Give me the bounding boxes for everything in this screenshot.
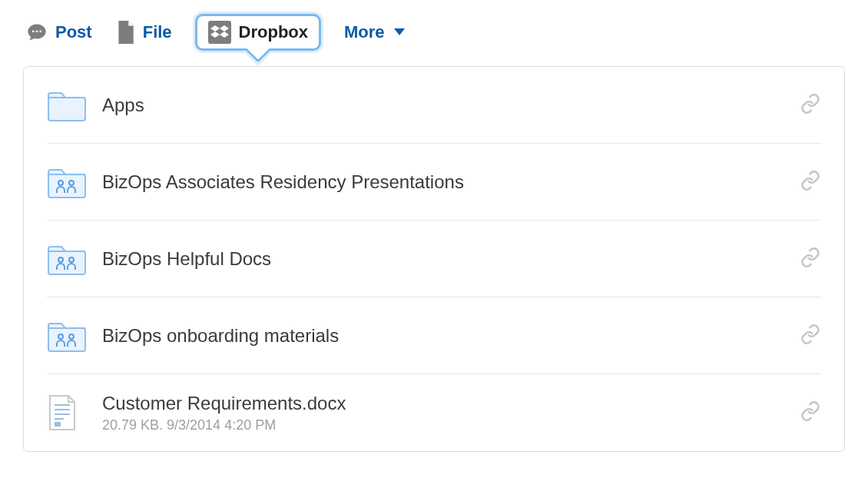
shared-folder-icon	[47, 320, 90, 352]
document-icon	[47, 394, 90, 431]
svg-point-1	[36, 30, 38, 32]
list-item[interactable]: Customer Requirements.docx 20.79 KB. 9/3…	[47, 374, 821, 451]
list-item-body: BizOps Helpful Docs	[90, 248, 784, 270]
list-item-body: Apps	[90, 95, 784, 116]
svg-rect-14	[55, 422, 61, 427]
file-tab[interactable]: File	[115, 21, 172, 44]
folder-icon	[47, 89, 90, 121]
list-item[interactable]: BizOps onboarding materials	[47, 297, 821, 374]
dropbox-tab[interactable]: Dropbox	[195, 14, 321, 51]
svg-point-2	[39, 30, 41, 32]
list-item-name: BizOps Associates Residency Presentation…	[102, 171, 784, 193]
link-button[interactable]	[784, 170, 821, 194]
post-tab[interactable]: Post	[26, 22, 92, 43]
file-tab-label: File	[143, 22, 172, 42]
shared-folder-icon	[47, 166, 90, 198]
file-icon	[115, 21, 135, 44]
list-item-name: BizOps onboarding materials	[102, 325, 784, 347]
list-item[interactable]: Apps	[47, 67, 821, 144]
link-button[interactable]	[784, 324, 821, 348]
link-button[interactable]	[784, 400, 821, 425]
link-button[interactable]	[784, 247, 821, 271]
speech-bubble-icon	[26, 22, 48, 43]
more-tab[interactable]: More	[344, 22, 405, 42]
dropbox-file-panel: Apps BizOps Associates Residency Present…	[23, 66, 845, 452]
more-tab-label: More	[344, 22, 385, 42]
list-item[interactable]: BizOps Helpful Docs	[47, 221, 821, 297]
list-item-name: Customer Requirements.docx	[102, 393, 784, 414]
compose-toolbar: Post File Dropbox More	[23, 8, 845, 51]
list-item[interactable]: BizOps Associates Residency Presentation…	[47, 144, 821, 221]
dropbox-icon	[208, 21, 231, 44]
post-tab-label: Post	[55, 22, 92, 42]
svg-point-0	[32, 30, 35, 32]
svg-rect-3	[208, 21, 231, 44]
list-item-body: BizOps onboarding materials	[90, 325, 784, 347]
list-item-body: BizOps Associates Residency Presentation…	[90, 171, 784, 193]
link-button[interactable]	[784, 93, 821, 118]
chevron-down-icon	[394, 25, 405, 39]
shared-folder-icon	[47, 243, 90, 275]
list-item-body: Customer Requirements.docx 20.79 KB. 9/3…	[90, 393, 784, 433]
list-item-name: Apps	[102, 95, 784, 116]
list-item-meta: 20.79 KB. 9/3/2014 4:20 PM	[102, 417, 784, 433]
list-item-name: BizOps Helpful Docs	[102, 248, 784, 270]
dropbox-tab-label: Dropbox	[239, 22, 308, 42]
